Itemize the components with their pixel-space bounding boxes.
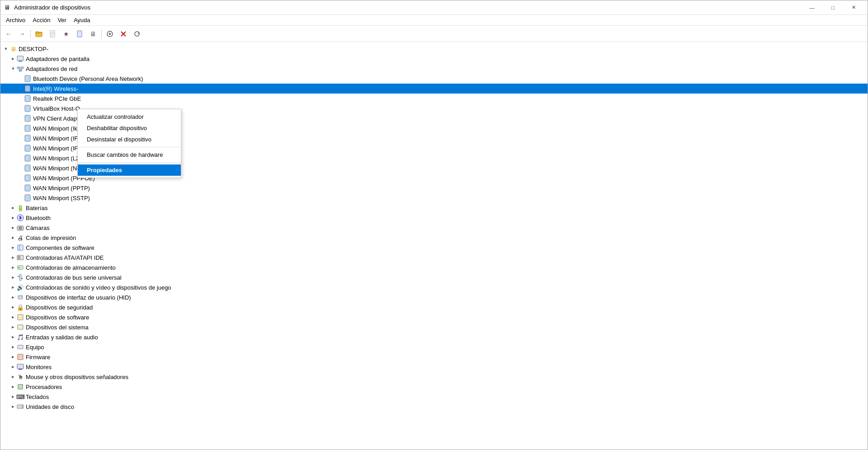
red-expander[interactable]: ▼ bbox=[9, 65, 17, 72]
ctx-deshabilitar[interactable]: Deshabilitar dispositivo bbox=[78, 122, 181, 134]
equipo-expander[interactable]: ► bbox=[9, 343, 17, 351]
software-dev-expander[interactable]: ► bbox=[9, 314, 17, 321]
tree-item-bluetooth-pan[interactable]: ► Bluetooth Device (Personal Area Networ… bbox=[0, 74, 868, 84]
unidades-expander[interactable]: ► bbox=[9, 403, 17, 410]
camaras-expander[interactable]: ► bbox=[9, 224, 17, 231]
tree-item-hid[interactable]: ► Dispositivos de interfaz de usuario (H… bbox=[0, 292, 868, 302]
tree-item-mouse[interactable]: ► 🖱 Mouse y otros dispositivos señalador… bbox=[0, 372, 868, 382]
hid-expander[interactable]: ► bbox=[9, 294, 17, 301]
tree-item-almacenamiento[interactable]: ► Controladoras de almacenamiento bbox=[0, 262, 868, 272]
tree-item-wan-sstp[interactable]: ► WAN Miniport (SSTP) bbox=[0, 193, 868, 203]
tree-item-realtek[interactable]: ► Realtek PCIe GbE bbox=[0, 94, 868, 103]
tree-item-monitores[interactable]: ► Monitores bbox=[0, 362, 868, 372]
intel-icon bbox=[24, 85, 31, 92]
ctx-actualizar[interactable]: Actualizar controlador bbox=[78, 111, 181, 122]
ata-expander[interactable]: ► bbox=[9, 254, 17, 261]
tree-item-procesadores[interactable]: ► Procesadores bbox=[0, 382, 868, 392]
minimize-button[interactable]: — bbox=[802, 0, 822, 15]
toolbar-star[interactable]: ★ bbox=[60, 28, 72, 40]
tree-item-colas[interactable]: ► 🖨 Colas de impresión bbox=[0, 233, 868, 243]
root-label: DESKTOP- bbox=[19, 46, 48, 52]
svg-rect-30 bbox=[25, 155, 30, 161]
hid-label: Dispositivos de interfaz de usuario (HID… bbox=[26, 294, 131, 301]
tree-item-camaras[interactable]: ► Cámaras bbox=[0, 223, 868, 233]
audio-expander[interactable]: ► bbox=[9, 333, 17, 341]
root-expander[interactable]: ▼ bbox=[2, 45, 9, 52]
tree-item-componentes[interactable]: ► Componentes de software bbox=[0, 243, 868, 253]
procesadores-icon bbox=[17, 383, 24, 390]
tree-item-software-dev[interactable]: ► Dispositivos de software bbox=[0, 312, 868, 322]
tree-root[interactable]: ▼ 🖥 DESKTOP- bbox=[0, 44, 868, 54]
tree-item-adaptadores-pantalla[interactable]: ► Adaptadores de pantalla bbox=[0, 54, 868, 64]
componentes-expander[interactable]: ► bbox=[9, 244, 17, 251]
svg-rect-25 bbox=[25, 105, 30, 112]
tree-item-seguridad[interactable]: ► 🔒 Dispositivos de seguridad bbox=[0, 302, 868, 312]
colas-expander[interactable]: ► bbox=[9, 234, 17, 241]
tree-item-teclados[interactable]: ► ⌨ Teclados bbox=[0, 392, 868, 402]
tree-item-baterias[interactable]: ► 🔋 Baterías bbox=[0, 203, 868, 213]
tree-item-firmware[interactable]: ► Firmware bbox=[0, 352, 868, 362]
mouse-expander[interactable]: ► bbox=[9, 373, 17, 380]
toolbar-folder[interactable] bbox=[33, 28, 45, 40]
usb-expander[interactable]: ► bbox=[9, 274, 17, 281]
svg-rect-38 bbox=[18, 245, 23, 250]
bluetooth-label: Bluetooth bbox=[26, 215, 51, 221]
red-icon bbox=[17, 65, 24, 72]
ctx-buscar[interactable]: Buscar cambios de hardware bbox=[78, 149, 181, 160]
teclados-icon: ⌨ bbox=[17, 393, 24, 400]
wan-pppoe-icon bbox=[24, 174, 31, 182]
monitores-expander[interactable]: ► bbox=[9, 363, 17, 370]
usb-icon bbox=[17, 274, 24, 281]
firmware-expander[interactable]: ► bbox=[9, 353, 17, 361]
procesadores-expander[interactable]: ► bbox=[9, 383, 17, 390]
content-area[interactable]: ▼ 🖥 DESKTOP- ► Adaptadores de pantalla ▼ bbox=[0, 42, 868, 450]
svg-rect-32 bbox=[25, 175, 30, 181]
virtualbox-icon bbox=[24, 105, 31, 112]
tree-item-adaptadores-red[interactable]: ▼ Adaptadores de red bbox=[0, 64, 868, 74]
svg-rect-33 bbox=[25, 185, 30, 191]
svg-point-48 bbox=[19, 296, 20, 297]
tree-item-unidades[interactable]: ► Unidades de disco bbox=[0, 402, 868, 412]
monitores-icon bbox=[17, 363, 24, 370]
svg-rect-52 bbox=[18, 345, 23, 349]
menu-ayuda[interactable]: Ayuda bbox=[70, 16, 94, 24]
toolbar-remove[interactable] bbox=[117, 28, 130, 40]
tree-item-intel-wireless[interactable]: ► Intel(R) Wireless- bbox=[0, 84, 868, 94]
tree-item-sistema[interactable]: ► Dispositivos del sistema bbox=[0, 322, 868, 332]
toolbar-doc2[interactable] bbox=[73, 28, 86, 40]
pantalla-expander[interactable]: ► bbox=[9, 55, 17, 62]
tree-item-ata[interactable]: ► Controladoras ATA/ATAPI IDE bbox=[0, 253, 868, 262]
ctx-propiedades[interactable]: Propiedades bbox=[78, 164, 181, 176]
wan2-icon bbox=[24, 135, 31, 142]
svg-rect-27 bbox=[25, 125, 30, 131]
sonido-expander[interactable]: ► bbox=[9, 284, 17, 291]
sistema-expander[interactable]: ► bbox=[9, 323, 17, 331]
tree-item-usb[interactable]: ► Controladoras de bus serie universal bbox=[0, 272, 868, 282]
toolbar-add[interactable] bbox=[104, 28, 116, 40]
tree-item-wan-pptp[interactable]: ► WAN Miniport (PPTP) bbox=[0, 183, 868, 193]
tree-item-equipo[interactable]: ► Equipo bbox=[0, 342, 868, 352]
tree-item-audio[interactable]: ► 🎵 Entradas y salidas de audio bbox=[0, 332, 868, 342]
almacenamiento-icon bbox=[17, 264, 24, 271]
maximize-button[interactable]: □ bbox=[822, 0, 843, 15]
toolbar-back[interactable]: ← bbox=[2, 28, 15, 40]
sistema-label: Dispositivos del sistema bbox=[26, 324, 89, 331]
tree-item-bluetooth[interactable]: ► Bluetooth bbox=[0, 213, 868, 223]
toolbar-forward[interactable]: → bbox=[16, 28, 28, 40]
ctx-desinstalar[interactable]: Desinstalar el dispositivo bbox=[78, 134, 181, 145]
menu-archivo[interactable]: Archivo bbox=[2, 16, 29, 24]
toolbar-refresh[interactable] bbox=[131, 28, 143, 40]
almacenamiento-expander[interactable]: ► bbox=[9, 264, 17, 271]
toolbar-monitor[interactable]: 🖥 bbox=[87, 28, 99, 40]
vpn-label: VPN Client Adapt bbox=[33, 115, 78, 122]
tree-item-sonido[interactable]: ► 🔊 Controladoras de sonido y vídeo y di… bbox=[0, 282, 868, 292]
seguridad-expander[interactable]: ► bbox=[9, 304, 17, 311]
menu-ver[interactable]: Ver bbox=[54, 16, 70, 24]
bluetooth-expander[interactable]: ► bbox=[9, 214, 17, 221]
menu-accion[interactable]: Acción bbox=[29, 16, 54, 24]
toolbar-doc[interactable] bbox=[46, 28, 59, 40]
baterias-expander[interactable]: ► bbox=[9, 204, 17, 211]
close-button[interactable]: ✕ bbox=[843, 0, 864, 15]
ata-label: Controladoras ATA/ATAPI IDE bbox=[26, 254, 104, 261]
audio-label: Entradas y salidas de audio bbox=[26, 334, 98, 341]
